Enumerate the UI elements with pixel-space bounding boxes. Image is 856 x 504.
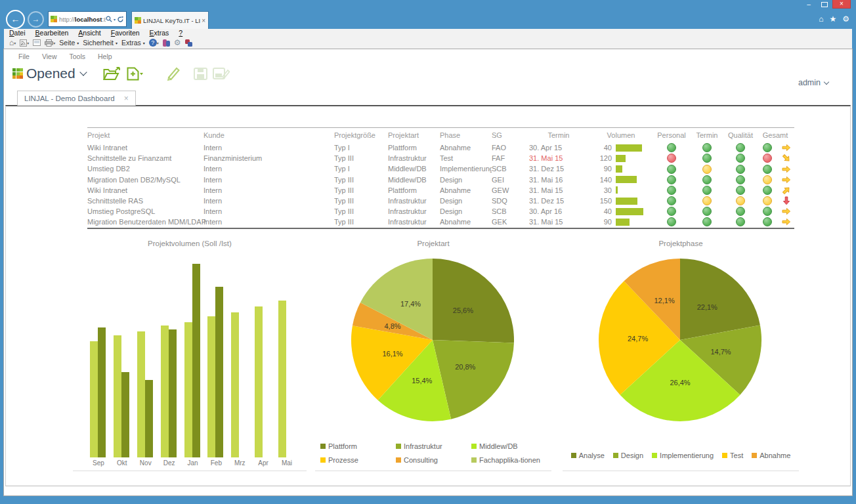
cell-projekt: Umstieg DB2 xyxy=(87,165,203,173)
legend-swatch xyxy=(471,457,477,463)
settings-icon[interactable]: ⚙ xyxy=(842,15,849,23)
ie-menu-?[interactable]: ? xyxy=(179,29,182,37)
home-command-icon[interactable]: ⌂▾ xyxy=(9,39,16,47)
cell-volumen: 140 xyxy=(588,176,616,184)
ie-menu-bearbeiten[interactable]: Bearbeiten xyxy=(35,29,69,37)
extras-menu-button[interactable]: Extras▾ xyxy=(121,39,145,47)
dashboard-tab[interactable]: LINJAL - Demo Dashboard × xyxy=(17,91,136,106)
bar-chart-widget: Projektvolumen (Soll /Ist) SepOktNovDezJ… xyxy=(73,234,307,471)
rss-icon[interactable]: ▾ xyxy=(20,39,29,47)
cell-kunde: Intern xyxy=(203,165,334,173)
back-button[interactable]: ← xyxy=(6,10,25,29)
edit-button[interactable] xyxy=(163,66,181,81)
gear-icon[interactable]: ⚙ xyxy=(174,39,181,47)
favorites-icon[interactable]: ★ xyxy=(829,15,836,23)
cell-termin: 31. Mai 15 xyxy=(529,218,588,226)
bar-soll xyxy=(207,316,215,457)
cell-kunde: Intern xyxy=(203,176,334,184)
volumen-bar xyxy=(616,198,654,205)
app-menu-help[interactable]: Help xyxy=(98,52,112,60)
cell-status xyxy=(654,207,689,216)
minimize-button[interactable]: – xyxy=(801,0,817,9)
cell-projekt: Schnittstelle zu Finanzamt xyxy=(87,154,203,162)
cell-projekt: Wiki Intranet xyxy=(87,144,203,152)
status-dot-green xyxy=(667,196,676,205)
projektart-legend: PlattformInfrastrukturMiddlew/DBProzesse… xyxy=(320,442,549,464)
cell-volumen: 90 xyxy=(588,165,616,173)
status-dot-green xyxy=(702,207,712,216)
pentaho-logo-icon xyxy=(12,68,23,79)
sicherheit-menu-button[interactable]: Sicherheit▾ xyxy=(83,39,118,47)
pie-slice-label: 20,8% xyxy=(455,363,475,371)
maximize-button[interactable] xyxy=(817,0,832,9)
cell-projektgroesse: Typ III xyxy=(334,176,388,184)
bar-ist xyxy=(169,329,177,457)
app-menu-view[interactable]: View xyxy=(42,52,57,60)
browser-tab[interactable]: LINJAL KeyTo.IT - LINJAL - ... × xyxy=(131,11,209,29)
home-icon[interactable]: ⌂ xyxy=(819,15,823,23)
cell-sg: SCB xyxy=(492,165,529,173)
tab-close-icon[interactable]: × xyxy=(202,17,205,24)
ie-menu-favoriten[interactable]: Favoriten xyxy=(111,29,140,37)
maximize-icon xyxy=(821,2,828,7)
ie-menu-datei[interactable]: Datei xyxy=(9,29,26,37)
bar-soll xyxy=(231,312,239,457)
legend-label: Infrastruktur xyxy=(404,442,442,450)
bar-ist xyxy=(192,264,200,457)
projektart-pie: 25,6%20,8%15,4%16,1%4,8%17,4% xyxy=(349,256,517,424)
cell-status xyxy=(654,175,689,184)
cell-status xyxy=(725,154,756,163)
page-thumbnail-icon[interactable] xyxy=(33,39,41,46)
cell-status xyxy=(756,207,779,216)
x-tick-label: Mrz xyxy=(228,459,251,467)
column-header: Personal xyxy=(654,131,689,139)
pie-slice-label: 25,6% xyxy=(453,306,473,314)
cell-phase: Design xyxy=(440,197,492,205)
seite-menu-button[interactable]: Seite▾ xyxy=(59,39,79,47)
cell-projektart: Infrastruktur xyxy=(388,154,440,162)
tab-favicon xyxy=(135,17,141,24)
app-menu-file[interactable]: File xyxy=(18,52,30,60)
close-button[interactable]: × xyxy=(832,0,851,9)
status-dot-green xyxy=(763,207,772,216)
refresh-icon[interactable] xyxy=(117,16,124,23)
column-header: Projektgröße xyxy=(334,131,388,139)
forward-button[interactable]: → xyxy=(28,11,44,28)
ie-menu-ansicht[interactable]: Ansicht xyxy=(78,29,100,37)
opened-dropdown[interactable]: Opened xyxy=(26,66,75,81)
dashboard-tab-close-icon[interactable]: × xyxy=(124,94,129,103)
legend-item: Design xyxy=(613,452,643,459)
status-dot-yellow xyxy=(763,175,772,184)
cell-status xyxy=(654,154,689,163)
bar-soll xyxy=(278,301,286,457)
user-menu[interactable]: admin xyxy=(798,78,828,87)
address-dropdown-icon[interactable]: ▾ xyxy=(114,17,116,22)
print-icon[interactable]: ▾ xyxy=(45,39,55,47)
x-tick-label: Mai xyxy=(275,459,299,467)
column-header: Termin xyxy=(529,131,588,139)
cell-status xyxy=(689,196,725,205)
open-file-button[interactable] xyxy=(103,67,121,81)
status-dot-green xyxy=(702,143,712,152)
new-file-button[interactable] xyxy=(127,67,144,81)
legend-item: Consulting xyxy=(396,456,471,464)
cell-phase: Abnahme xyxy=(440,218,492,226)
search-icon[interactable] xyxy=(106,16,112,22)
legend-item: Analyse xyxy=(571,452,605,459)
tab-title: LINJAL KeyTo.IT - LINJAL - ... xyxy=(143,17,200,24)
legend-item: Plattform xyxy=(320,442,396,450)
cell-status xyxy=(654,143,689,152)
trend-arrow-icon xyxy=(779,175,794,184)
cell-volumen: 120 xyxy=(588,154,616,162)
legend-label: Abnahme xyxy=(760,452,790,459)
volumen-bar xyxy=(616,165,654,173)
help-icon[interactable]: ?▾ xyxy=(149,39,159,47)
legend-swatch xyxy=(613,453,618,458)
address-bar[interactable]: http://localhost:8080/pentaho ▾ xyxy=(48,11,127,27)
cell-phase: Test xyxy=(440,154,492,162)
addon-icon-2[interactable] xyxy=(185,39,192,47)
cell-projektgroesse: Typ III xyxy=(334,218,388,226)
app-menu-tools[interactable]: Tools xyxy=(70,52,86,60)
addon-icon-1[interactable] xyxy=(163,39,170,47)
ie-menu-extras[interactable]: Extras xyxy=(150,29,169,37)
